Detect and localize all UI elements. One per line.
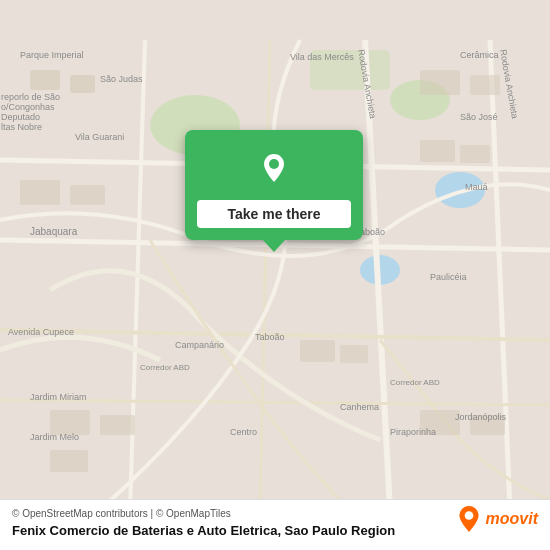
svg-text:reporlo de São: reporlo de São	[1, 92, 60, 102]
popup-card: Take me there	[185, 130, 363, 240]
svg-text:Jardim Melo: Jardim Melo	[30, 432, 79, 442]
svg-text:Taboão: Taboão	[255, 332, 285, 342]
take-me-there-button[interactable]: Take me there	[197, 200, 351, 228]
svg-rect-19	[470, 75, 500, 95]
svg-text:Parque Imperial: Parque Imperial	[20, 50, 84, 60]
svg-rect-16	[20, 180, 60, 205]
svg-text:ltas Nobre: ltas Nobre	[1, 122, 42, 132]
svg-text:o/Congonhas: o/Congonhas	[1, 102, 55, 112]
svg-point-58	[464, 511, 473, 520]
moovit-text: moovit	[486, 510, 538, 528]
svg-text:Jabaquara: Jabaquara	[30, 226, 78, 237]
svg-rect-21	[460, 145, 490, 163]
svg-rect-22	[300, 340, 335, 362]
svg-text:Campanário: Campanário	[175, 340, 224, 350]
svg-rect-18	[420, 70, 460, 95]
map-container: Parque Imperial São Judas Vila das Mercê…	[0, 0, 550, 550]
svg-text:Deputado: Deputado	[1, 112, 40, 122]
svg-text:Centro: Centro	[230, 427, 257, 437]
map-background: Parque Imperial São Judas Vila das Mercê…	[0, 0, 550, 550]
svg-text:Jardim Miriam: Jardim Miriam	[30, 392, 87, 402]
svg-rect-17	[70, 185, 105, 205]
moovit-pin-icon	[456, 506, 482, 532]
svg-point-57	[269, 159, 279, 169]
moovit-logo: moovit	[456, 506, 538, 532]
svg-rect-20	[420, 140, 455, 162]
svg-text:Avenida Cupece: Avenida Cupece	[8, 327, 74, 337]
svg-text:Corredor ABD: Corredor ABD	[140, 363, 190, 372]
svg-text:Corredor ABD: Corredor ABD	[390, 378, 440, 387]
svg-text:Mauá: Mauá	[465, 182, 488, 192]
svg-text:Cerâmica: Cerâmica	[460, 50, 499, 60]
svg-rect-25	[100, 415, 135, 435]
svg-rect-15	[70, 75, 95, 93]
svg-text:Piraporinha: Piraporinha	[390, 427, 436, 437]
svg-rect-26	[50, 450, 88, 472]
svg-rect-23	[340, 345, 368, 363]
svg-rect-14	[30, 70, 60, 90]
svg-text:aboão: aboão	[360, 227, 385, 237]
location-pin-icon	[252, 146, 296, 190]
svg-text:Vila das Mercês: Vila das Mercês	[290, 52, 354, 62]
svg-text:Jordanópolis: Jordanópolis	[455, 412, 507, 422]
svg-text:Paulicéia: Paulicéia	[430, 272, 467, 282]
svg-text:São José: São José	[460, 112, 498, 122]
bottom-bar: © OpenStreetMap contributors | © OpenMap…	[0, 499, 550, 550]
svg-text:Vila Guarani: Vila Guarani	[75, 132, 124, 142]
svg-text:Canhema: Canhema	[340, 402, 379, 412]
svg-text:São Judas: São Judas	[100, 74, 143, 84]
